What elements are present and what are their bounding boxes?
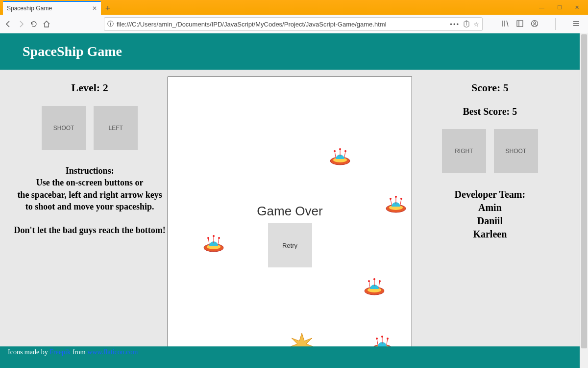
back-icon[interactable]	[4, 20, 13, 28]
svg-point-3	[534, 22, 536, 24]
page-content: SpaceShip Game Level: 2 SHOOT LEFT Instr…	[0, 33, 580, 368]
svg-line-33	[369, 281, 370, 287]
right-panel: Score: 5 Best Score: 5 RIGHT SHOOT Devel…	[412, 76, 568, 361]
tab-title: Spaceship Game	[7, 5, 52, 12]
url-text: file:///C:/Users/amin_/Documents/IPD/Jav…	[117, 21, 447, 28]
ufo-icon	[329, 147, 351, 167]
vertical-scrollbar[interactable]	[580, 33, 588, 368]
instructions-title: Instructions:	[14, 165, 166, 177]
forward-icon[interactable]	[17, 20, 25, 28]
page-header: SpaceShip Game	[0, 33, 580, 70]
account-icon[interactable]	[531, 20, 539, 29]
url-bar[interactable]: ⓘ file:///C:/Users/amin_/Documents/IPD/J…	[104, 17, 483, 31]
ufo-icon	[385, 195, 407, 214]
reader-icon[interactable]	[463, 20, 470, 29]
level-label: Level: 2	[12, 81, 168, 94]
left-button[interactable]: LEFT	[94, 106, 138, 150]
svg-line-43	[387, 339, 388, 344]
shoot-button-right[interactable]: SHOOT	[494, 129, 538, 173]
browser-tab-bar: Spaceship Game ✕ + — ☐ ✕	[0, 0, 588, 15]
scroll-thumb[interactable]	[581, 34, 587, 348]
separator	[555, 18, 556, 30]
menu-icon[interactable]	[572, 20, 580, 29]
developer-team: Developer Team: Amin Daniil Karleen	[412, 188, 568, 241]
game-canvas[interactable]: Game Over Retry	[168, 77, 412, 361]
ufo-icon	[202, 234, 225, 254]
page-title: SpaceShip Game	[23, 44, 122, 59]
info-icon: ⓘ	[107, 20, 114, 28]
left-panel: Level: 2 SHOOT LEFT Instructions: Use th…	[12, 76, 168, 361]
sidebar-icon[interactable]	[516, 20, 524, 29]
best-score-label: Best Score: 5	[412, 106, 568, 117]
score-label: Score: 5	[412, 81, 568, 94]
dev-title: Developer Team:	[412, 188, 568, 201]
browser-nav-bar: ⓘ file:///C:/Users/amin_/Documents/IPD/J…	[0, 15, 588, 33]
svg-rect-0	[517, 21, 523, 26]
flaticon-link[interactable]: www.flaticon.com	[87, 348, 138, 356]
svg-line-17	[391, 199, 392, 205]
close-tab-icon[interactable]: ✕	[92, 5, 97, 12]
svg-line-41	[377, 339, 378, 344]
bookmark-icon[interactable]: ☆	[473, 21, 479, 28]
game-over-text: Game Over	[257, 204, 322, 219]
freepik-link[interactable]: Freepik	[49, 348, 71, 356]
svg-line-35	[379, 281, 380, 287]
maximize-icon[interactable]: ☐	[557, 4, 562, 11]
svg-line-19	[400, 199, 401, 205]
close-window-icon[interactable]: ✕	[575, 4, 579, 11]
svg-line-9	[335, 151, 336, 157]
svg-line-11	[344, 151, 345, 157]
shoot-button-left[interactable]: SHOOT	[42, 106, 86, 150]
instructions: Instructions: Use the on-screen buttons …	[12, 165, 168, 237]
browser-tab[interactable]: Spaceship Game ✕	[3, 1, 101, 15]
svg-line-27	[218, 238, 219, 244]
home-icon[interactable]	[42, 20, 51, 28]
svg-line-25	[208, 238, 209, 244]
retry-button[interactable]: Retry	[268, 223, 312, 267]
page-footer: Icons made by Freepik from www.flaticon.…	[0, 346, 580, 368]
more-icon[interactable]: •••	[450, 21, 460, 28]
ufo-icon	[363, 277, 386, 297]
minimize-icon[interactable]: —	[539, 4, 544, 10]
reload-icon[interactable]	[29, 20, 38, 28]
right-button[interactable]: RIGHT	[442, 129, 486, 173]
library-icon[interactable]	[501, 20, 509, 29]
new-tab-button[interactable]: +	[101, 2, 115, 15]
